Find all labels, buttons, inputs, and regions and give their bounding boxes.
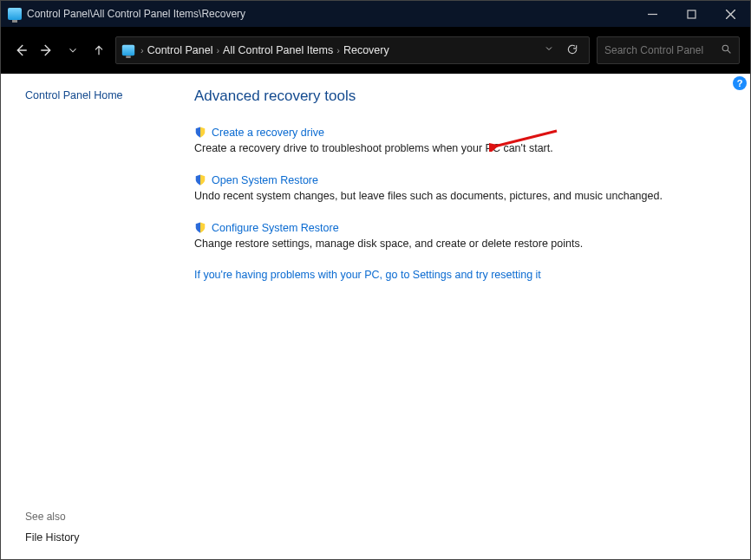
search-input[interactable] [604, 44, 717, 56]
svg-rect-1 [688, 10, 695, 18]
window-title: Control Panel\All Control Panel Items\Re… [27, 8, 245, 20]
chevron-icon: › [140, 45, 144, 55]
app-icon [8, 8, 22, 20]
content-area: Control Panel Home See also File History… [1, 74, 750, 559]
window-titlebar: Control Panel\All Control Panel Items\Re… [1, 1, 750, 27]
forward-button[interactable] [37, 41, 56, 60]
control-panel-home-link[interactable]: Control Panel Home [25, 89, 179, 101]
up-button[interactable] [89, 41, 108, 60]
refresh-button[interactable] [566, 43, 578, 58]
address-bar[interactable]: › Control Panel › All Control Panel Item… [115, 36, 590, 64]
chevron-icon: › [216, 45, 219, 55]
shield-icon [194, 173, 206, 186]
breadcrumb-seg-recovery[interactable]: Recovery [343, 44, 389, 56]
sidebar: Control Panel Home See also File History [1, 74, 179, 559]
tool-item: Configure System Restore Change restore … [194, 221, 729, 250]
svg-point-4 [722, 45, 728, 51]
breadcrumb-seg-all-items[interactable]: All Control Panel Items [223, 44, 333, 56]
tool-item: Create a recovery drive Create a recover… [194, 126, 729, 154]
main-panel: ? Advanced recovery tools Create a recov… [179, 74, 750, 559]
svg-line-5 [728, 50, 730, 53]
back-button[interactable] [11, 41, 30, 60]
reset-pc-link[interactable]: If you're having problems with your PC, … [194, 269, 541, 281]
recent-dropdown[interactable] [63, 41, 82, 60]
location-icon [122, 45, 134, 56]
configure-system-restore-link[interactable]: Configure System Restore [212, 222, 339, 234]
tool-description: Change restore settings, manage disk spa… [194, 238, 729, 250]
help-icon[interactable]: ? [733, 76, 747, 90]
see-also-label: See also [25, 511, 179, 523]
tool-description: Undo recent system changes, but leave fi… [194, 190, 729, 202]
tool-item: Open System Restore Undo recent system c… [194, 173, 729, 202]
maximize-button[interactable] [672, 1, 711, 27]
shield-icon [194, 221, 206, 234]
search-icon[interactable] [721, 43, 732, 57]
minimize-button[interactable] [633, 1, 672, 27]
file-history-link[interactable]: File History [25, 531, 179, 544]
create-recovery-drive-link[interactable]: Create a recovery drive [212, 127, 324, 139]
chevron-icon: › [336, 45, 340, 55]
tool-description: Create a recovery drive to troubleshoot … [194, 142, 729, 154]
open-system-restore-link[interactable]: Open System Restore [212, 174, 318, 186]
breadcrumb-seg-control-panel[interactable]: Control Panel [147, 44, 213, 56]
page-heading: Advanced recovery tools [194, 88, 729, 105]
shield-icon [194, 126, 206, 139]
close-button[interactable] [711, 1, 750, 27]
search-box[interactable] [597, 36, 740, 64]
address-dropdown-icon[interactable] [544, 43, 554, 58]
navigation-bar: › Control Panel › All Control Panel Item… [1, 27, 750, 74]
